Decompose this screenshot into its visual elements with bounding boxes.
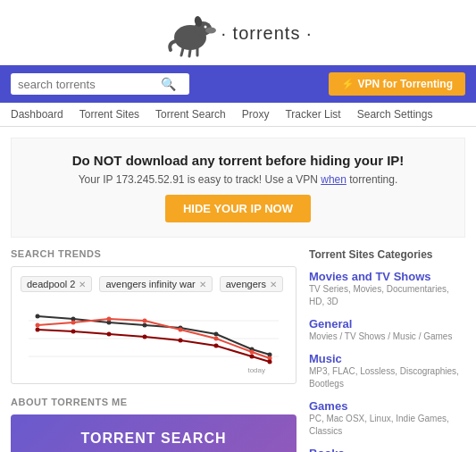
svg-line-5 <box>181 48 183 55</box>
warning-banner: Do NOT download any torrent before hidin… <box>11 138 465 238</box>
warning-text-after: torrenting. <box>349 173 397 186</box>
right-column: Torrent Sites Categories Movies and TV S… <box>309 248 465 452</box>
trend-tag-1-label: avengers infinity war <box>105 279 195 289</box>
svg-point-31 <box>179 339 183 343</box>
warning-text-before: Your IP 173.245.52.91 is easy to track! … <box>79 173 318 186</box>
cat-books-link[interactable]: Books <box>309 447 345 452</box>
hide-ip-button[interactable]: HIDE YOUR IP NOW <box>165 195 311 222</box>
svg-point-27 <box>36 328 40 332</box>
svg-point-14 <box>143 323 147 328</box>
search-button[interactable]: 🔍 <box>161 77 176 91</box>
svg-point-23 <box>179 328 183 332</box>
sidebar-title: Torrent Sites Categories <box>309 248 465 261</box>
svg-point-16 <box>214 332 219 337</box>
logo-container: · torrents · <box>0 9 476 58</box>
trend-tags: deadpool 2 ✕ avengers infinity war ✕ ave… <box>21 276 287 292</box>
nav-tracker-list[interactable]: Tracker List <box>285 108 340 121</box>
nav-torrent-search[interactable]: Torrent Search <box>155 108 226 121</box>
category-books: Books E-Books, Audiobooks, Magazines, Tu… <box>309 447 465 452</box>
vpn-button[interactable]: ⚡ VPN for Torrenting <box>329 72 465 96</box>
trend-tag-0-remove[interactable]: ✕ <box>79 280 86 289</box>
svg-point-22 <box>143 319 147 323</box>
trend-tag-0-label: deadpool 2 <box>27 279 75 289</box>
left-column: SEARCH TRENDS deadpool 2 ✕ avengers infi… <box>11 248 296 452</box>
trend-chart: today <box>21 303 287 374</box>
svg-point-20 <box>71 321 76 325</box>
trend-tag-2-label: avengers <box>226 279 266 289</box>
warning-vpn-link[interactable]: when <box>321 173 347 186</box>
nav-torrent-sites[interactable]: Torrent Sites <box>79 108 139 121</box>
search-input[interactable] <box>18 78 161 91</box>
warning-text: Your IP 173.245.52.91 is easy to track! … <box>26 173 450 186</box>
svg-point-28 <box>71 330 76 334</box>
category-general: General Movies / TV Shows / Music / Game… <box>309 317 465 343</box>
svg-point-33 <box>250 355 255 359</box>
header: · torrents · <box>0 0 476 65</box>
nav-dashboard[interactable]: Dashboard <box>11 108 63 121</box>
search-trends-label: SEARCH TRENDS <box>11 248 296 259</box>
svg-line-6 <box>189 50 190 56</box>
svg-point-4 <box>205 26 207 29</box>
trend-tag-1-remove[interactable]: ✕ <box>199 280 206 289</box>
about-title: TORRENT SEARCH <box>27 431 280 447</box>
about-box: TORRENT SEARCH Torrents.me combines popu… <box>11 414 296 452</box>
trend-tag-2: avengers ✕ <box>220 276 283 292</box>
main-content: SEARCH TRENDS deadpool 2 ✕ avengers infi… <box>0 248 476 452</box>
svg-point-19 <box>36 323 40 328</box>
nav-bar: Dashboard Torrent Sites Torrent Search P… <box>0 103 476 127</box>
cat-music-link[interactable]: Music <box>309 352 342 365</box>
trend-tag-0: deadpool 2 ✕ <box>21 276 92 292</box>
search-container: 🔍 <box>11 73 189 95</box>
logo-icon <box>163 9 217 58</box>
trend-tag-2-remove[interactable]: ✕ <box>270 280 277 289</box>
logo-text: · torrents · <box>221 23 312 44</box>
category-games: Games PC, Mac OSX, Linux, Indie Games, C… <box>309 399 465 438</box>
nav-search-settings[interactable]: Search Settings <box>357 108 433 121</box>
cat-movies-sub: TV Series, Movies, Documentaries, HD, 3D <box>309 283 465 308</box>
about-label: ABOUT TORRENTS ME <box>11 397 296 407</box>
svg-point-25 <box>250 350 255 355</box>
trends-box: deadpool 2 ✕ avengers infinity war ✕ ave… <box>11 266 296 384</box>
cat-games-link[interactable]: Games <box>309 399 347 413</box>
cat-music-sub: MP3, FLAC, Lossless, Discographies, Boot… <box>309 365 465 390</box>
category-music: Music MP3, FLAC, Lossless, Discographies… <box>309 352 465 390</box>
nav-proxy[interactable]: Proxy <box>242 108 270 121</box>
svg-point-32 <box>214 344 219 348</box>
warning-title: Do NOT download any torrent before hidin… <box>26 153 450 168</box>
svg-point-34 <box>268 360 272 364</box>
svg-point-30 <box>143 335 147 339</box>
svg-point-29 <box>107 332 112 337</box>
cat-movies-link[interactable]: Movies and TV Shows <box>309 270 431 283</box>
svg-point-21 <box>107 317 112 322</box>
trend-tag-1: avengers infinity war ✕ <box>99 276 212 292</box>
cat-general-sub: Movies / TV Shows / Music / Games <box>309 331 465 343</box>
category-movies: Movies and TV Shows TV Series, Movies, D… <box>309 270 465 308</box>
cat-games-sub: PC, Mac OSX, Linux, Indie Games, Classic… <box>309 413 465 438</box>
svg-text:today: today <box>247 366 265 374</box>
cat-general-link[interactable]: General <box>309 317 352 331</box>
top-bar: 🔍 ⚡ VPN for Torrenting <box>0 65 476 103</box>
svg-point-11 <box>36 314 40 319</box>
svg-point-2 <box>205 28 216 34</box>
svg-point-24 <box>214 337 219 341</box>
